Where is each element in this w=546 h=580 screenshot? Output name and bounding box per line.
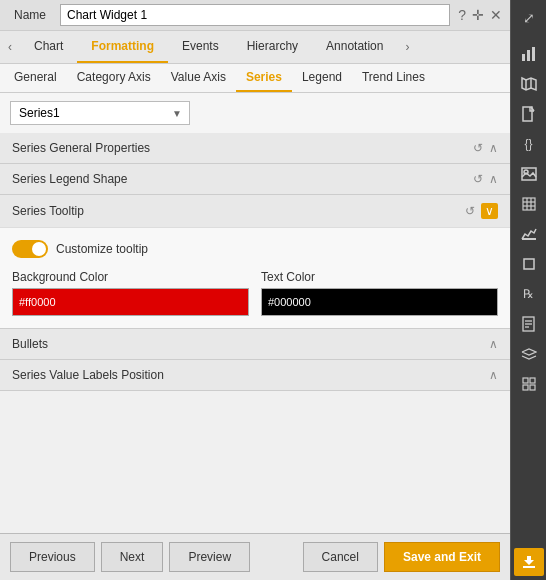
sub-tab-legend[interactable]: Legend [292,64,352,92]
svg-marker-3 [522,78,536,90]
text-color-group: Text Color #000000 [261,270,498,316]
tab-annotation[interactable]: Annotation [312,31,397,63]
series-legend-label: Series Legend Shape [12,172,127,186]
accordion-bullets: Bullets ∧ [0,329,510,360]
sidebar-rx-icon[interactable]: ℞ [514,280,544,308]
accordion-series-legend: Series Legend Shape ↺ ∧ [0,164,510,195]
accordion-series-value-labels: Series Value Labels Position ∧ [0,360,510,391]
tab-right-arrow[interactable]: › [397,34,417,60]
sub-tab-value-axis[interactable]: Value Axis [161,64,236,92]
accordion-legend-icons: ↺ ∧ [473,172,498,186]
header-icons: ? ✛ ✕ [458,7,502,23]
accordion-series-tooltip-header[interactable]: Series Tooltip ↺ ∨ [0,195,510,227]
sidebar-image-icon[interactable] [514,160,544,188]
move-icon[interactable]: ✛ [472,7,484,23]
sidebar-code-icon[interactable]: {} [514,130,544,158]
tab-chart[interactable]: Chart [20,31,77,63]
svg-marker-25 [524,556,534,565]
previous-button[interactable]: Previous [10,542,95,572]
svg-rect-24 [530,385,535,390]
svg-rect-26 [523,566,535,568]
header: Name ? ✛ ✕ [0,0,510,31]
color-fields: Background Color #ff0000 Text Color #000… [12,270,498,316]
save-exit-button[interactable]: Save and Exit [384,542,500,572]
sub-tab-general[interactable]: General [4,64,67,92]
bg-color-label: Background Color [12,270,249,284]
sidebar-grid-icon[interactable] [514,370,544,398]
right-sidebar: ⤢ {} ℞ [510,0,546,580]
svg-rect-10 [523,198,535,210]
svg-rect-21 [523,378,528,383]
sidebar-bar-chart-icon[interactable] [514,40,544,68]
svg-rect-15 [522,238,536,240]
refresh-icon-general[interactable]: ↺ [473,141,483,155]
svg-rect-22 [530,378,535,383]
series-general-label: Series General Properties [12,141,150,155]
svg-rect-0 [522,54,525,61]
customize-tooltip-row: Customize tooltip [12,240,498,258]
accordion-series-general: Series General Properties ↺ ∧ [0,133,510,164]
next-button[interactable]: Next [101,542,164,572]
refresh-icon-tooltip[interactable]: ↺ [465,204,475,218]
series-select-wrapper[interactable]: Series1 Series2 Series3 [10,101,190,125]
bottom-bar: Previous Next Preview Cancel Save and Ex… [0,533,510,580]
sidebar-shape-icon[interactable] [514,250,544,278]
expand-icon-value-labels[interactable]: ∧ [489,368,498,382]
sub-tab-category-axis[interactable]: Category Axis [67,64,161,92]
tab-hierarchy[interactable]: Hierarchy [233,31,312,63]
customize-tooltip-toggle[interactable] [12,240,48,258]
sidebar-linechart-icon[interactable] [514,220,544,248]
sidebar-layers-icon[interactable] [514,340,544,368]
toggle-slider [12,240,48,258]
tab-events[interactable]: Events [168,31,233,63]
bullets-label: Bullets [12,337,48,351]
sub-tab-trend-lines[interactable]: Trend Lines [352,64,435,92]
collapse-icon-tooltip[interactable]: ∨ [481,203,498,219]
sidebar-doc-icon[interactable] [514,100,544,128]
svg-rect-23 [523,385,528,390]
cancel-button[interactable]: Cancel [303,542,378,572]
bg-color-group: Background Color #ff0000 [12,270,249,316]
accordion-value-labels-icons: ∧ [489,368,498,382]
text-color-label: Text Color [261,270,498,284]
svg-rect-16 [524,259,534,269]
accordion-series-legend-header[interactable]: Series Legend Shape ↺ ∧ [0,164,510,194]
main-tab-bar: ‹ Chart Formatting Events Hierarchy Anno… [0,31,510,64]
tab-formatting[interactable]: Formatting [77,31,168,63]
refresh-icon-legend[interactable]: ↺ [473,172,483,186]
expand-icon-legend[interactable]: ∧ [489,172,498,186]
sidebar-expand-icon[interactable]: ⤢ [514,4,544,32]
accordion-bullets-header[interactable]: Bullets ∧ [0,329,510,359]
sidebar-table-icon[interactable] [514,190,544,218]
close-icon[interactable]: ✕ [490,7,502,23]
sidebar-download-icon[interactable] [514,548,544,576]
accordion-series-tooltip: Series Tooltip ↺ ∨ Customize tooltip Bac… [0,195,510,329]
sidebar-report-icon[interactable] [514,310,544,338]
accordion-value-labels-header[interactable]: Series Value Labels Position ∧ [0,360,510,390]
expand-icon-bullets[interactable]: ∧ [489,337,498,351]
svg-rect-2 [532,47,535,61]
sidebar-map-icon[interactable] [514,70,544,98]
customize-tooltip-label: Customize tooltip [56,242,148,256]
accordion-series-general-header[interactable]: Series General Properties ↺ ∧ [0,133,510,163]
accordion-bullets-icons: ∧ [489,337,498,351]
accordion-tooltip-icons: ↺ ∨ [465,203,498,219]
svg-rect-1 [527,50,530,61]
name-label: Name [8,6,52,24]
text-color-input[interactable]: #000000 [261,288,498,316]
widget-name-input[interactable] [60,4,450,26]
tab-left-arrow[interactable]: ‹ [0,34,20,60]
series-dropdown-row: Series1 Series2 Series3 [0,93,510,133]
accordion-general-icons: ↺ ∧ [473,141,498,155]
sub-tab-series[interactable]: Series [236,64,292,92]
help-icon[interactable]: ? [458,7,466,23]
bg-color-input[interactable]: #ff0000 [12,288,249,316]
value-labels-label: Series Value Labels Position [12,368,164,382]
series-tooltip-label: Series Tooltip [12,204,84,218]
sub-tab-bar: General Category Axis Value Axis Series … [0,64,510,93]
preview-button[interactable]: Preview [169,542,250,572]
series-select[interactable]: Series1 Series2 Series3 [10,101,190,125]
tooltip-content: Customize tooltip Background Color #ff00… [0,227,510,328]
expand-icon-general[interactable]: ∧ [489,141,498,155]
